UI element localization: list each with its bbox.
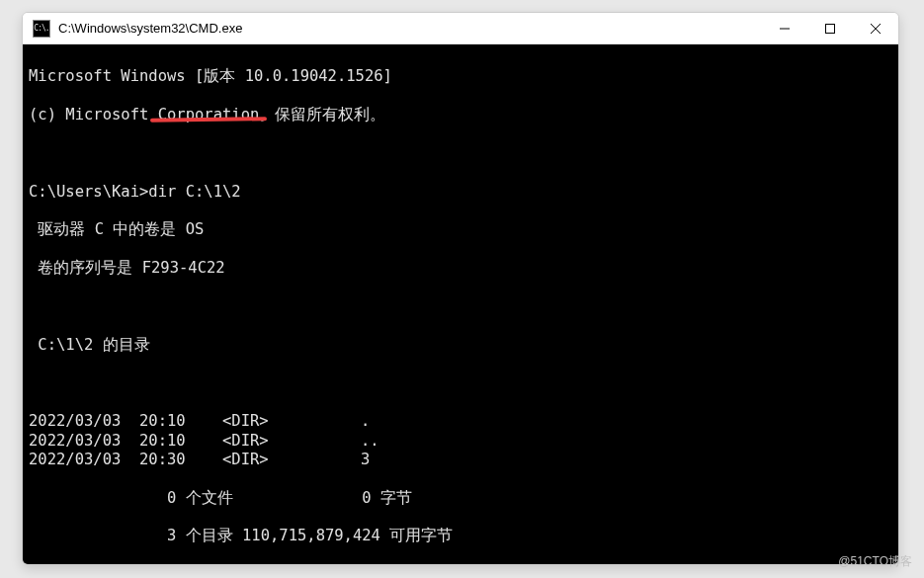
dir-entry: 2022/03/03 20:10 <DIR> ..: [29, 432, 892, 451]
close-icon: [871, 24, 881, 34]
cmd-window: C:\. C:\Windows\system32\CMD.exe Microso…: [22, 12, 899, 565]
minimize-button[interactable]: [762, 13, 807, 43]
dir-header-line: C:\1\2 的目录: [29, 336, 892, 355]
window-title: C:\Windows\system32\CMD.exe: [58, 21, 762, 36]
watermark: @51CTO博客: [838, 553, 912, 570]
serial-info-line: 卷的序列号是 F293-4C22: [29, 259, 892, 278]
blank-line: [29, 144, 892, 163]
dir-listing: 2022/03/03 20:10 <DIR> .2022/03/03 20:10…: [29, 412, 892, 469]
typed-command: dir C:\1\2: [148, 183, 240, 201]
blank-line: [29, 297, 892, 316]
minimize-icon: [780, 24, 790, 34]
prompt-path: C:\Users\Kai>: [29, 183, 148, 201]
svg-rect-1: [826, 24, 835, 33]
maximize-icon: [825, 24, 835, 34]
dir-entry: 2022/03/03 20:30 <DIR> 3: [29, 451, 892, 469]
maximize-button[interactable]: [807, 13, 853, 43]
blank-line: [29, 373, 892, 392]
titlebar[interactable]: C:\. C:\Windows\system32\CMD.exe: [23, 13, 898, 44]
window-controls: [762, 13, 898, 43]
dir-entry: 2022/03/03 20:10 <DIR> .: [29, 412, 892, 431]
prompt-line: C:\Users\Kai>dir C:\1\2: [29, 183, 892, 202]
banner-line: Microsoft Windows [版本 10.0.19042.1526]: [29, 67, 892, 86]
terminal-body[interactable]: Microsoft Windows [版本 10.0.19042.1526] (…: [23, 44, 898, 564]
cmd-icon: C:\.: [33, 20, 50, 38]
summary-files-line: 0 个文件 0 字节: [29, 489, 892, 508]
summary-dirs-line: 3 个目录 110,715,879,424 可用字节: [29, 527, 892, 545]
drive-info-line: 驱动器 C 中的卷是 OS: [29, 220, 892, 239]
close-button[interactable]: [853, 13, 898, 43]
